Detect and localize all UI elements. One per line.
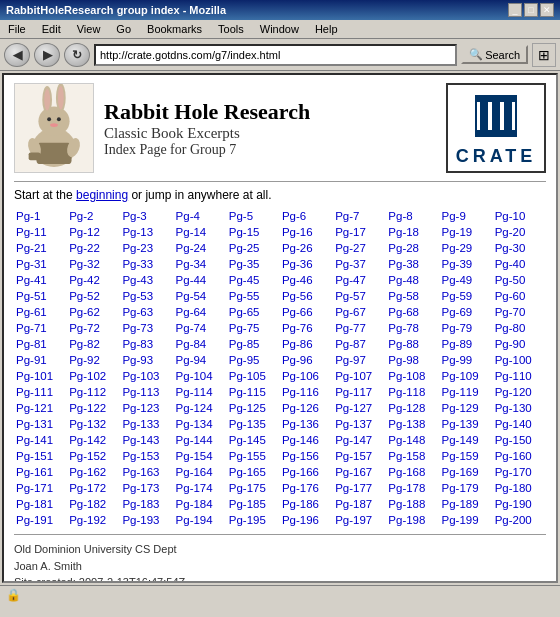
page-link[interactable]: Pg-78: [388, 322, 419, 334]
page-link[interactable]: Pg-72: [69, 322, 100, 334]
page-link[interactable]: Pg-159: [442, 450, 479, 462]
page-link[interactable]: Pg-135: [229, 418, 266, 430]
page-link[interactable]: Pg-30: [495, 242, 526, 254]
page-link[interactable]: Pg-158: [388, 450, 425, 462]
page-link[interactable]: Pg-63: [122, 306, 153, 318]
back-button[interactable]: ◀: [4, 43, 30, 67]
page-link[interactable]: Pg-162: [69, 466, 106, 478]
close-button[interactable]: ✕: [540, 3, 554, 17]
page-link[interactable]: Pg-119: [442, 386, 479, 398]
page-link[interactable]: Pg-9: [442, 210, 466, 222]
toolbar-extra-icon[interactable]: ⊞: [532, 43, 556, 67]
page-link[interactable]: Pg-170: [495, 466, 532, 478]
page-link[interactable]: Pg-70: [495, 306, 526, 318]
address-input[interactable]: [100, 49, 451, 61]
page-link[interactable]: Pg-3: [122, 210, 146, 222]
page-link[interactable]: Pg-83: [122, 338, 153, 350]
page-link[interactable]: Pg-173: [122, 482, 159, 494]
page-link[interactable]: Pg-7: [335, 210, 359, 222]
page-link[interactable]: Pg-6: [282, 210, 306, 222]
page-link[interactable]: Pg-13: [122, 226, 153, 238]
menu-edit[interactable]: Edit: [38, 22, 65, 36]
reload-button[interactable]: ↻: [64, 43, 90, 67]
page-link[interactable]: Pg-58: [388, 290, 419, 302]
page-link[interactable]: Pg-139: [442, 418, 479, 430]
page-link[interactable]: Pg-112: [69, 386, 106, 398]
page-link[interactable]: Pg-89: [442, 338, 473, 350]
page-link[interactable]: Pg-143: [122, 434, 159, 446]
page-link[interactable]: Pg-88: [388, 338, 419, 350]
page-link[interactable]: Pg-51: [16, 290, 47, 302]
page-link[interactable]: Pg-169: [442, 466, 479, 478]
page-link[interactable]: Pg-192: [69, 514, 106, 526]
page-link[interactable]: Pg-145: [229, 434, 266, 446]
page-link[interactable]: Pg-155: [229, 450, 266, 462]
page-link[interactable]: Pg-54: [176, 290, 207, 302]
page-link[interactable]: Pg-73: [122, 322, 153, 334]
page-link[interactable]: Pg-137: [335, 418, 372, 430]
page-link[interactable]: Pg-133: [122, 418, 159, 430]
page-link[interactable]: Pg-75: [229, 322, 260, 334]
page-link[interactable]: Pg-71: [16, 322, 47, 334]
menu-tools[interactable]: Tools: [214, 22, 248, 36]
page-link[interactable]: Pg-16: [282, 226, 313, 238]
page-link[interactable]: Pg-8: [388, 210, 412, 222]
menu-view[interactable]: View: [73, 22, 105, 36]
page-link[interactable]: Pg-65: [229, 306, 260, 318]
page-link[interactable]: Pg-178: [388, 482, 425, 494]
page-link[interactable]: Pg-1: [16, 210, 40, 222]
browser-frame[interactable]: Rabbit Hole Research Classic Book Excerp…: [2, 73, 558, 583]
page-link[interactable]: Pg-109: [442, 370, 479, 382]
page-link[interactable]: Pg-24: [176, 242, 207, 254]
page-link[interactable]: Pg-142: [69, 434, 106, 446]
page-link[interactable]: Pg-48: [388, 274, 419, 286]
page-link[interactable]: Pg-20: [495, 226, 526, 238]
page-link[interactable]: Pg-131: [16, 418, 53, 430]
page-link[interactable]: Pg-52: [69, 290, 100, 302]
page-link[interactable]: Pg-18: [388, 226, 419, 238]
page-link[interactable]: Pg-102: [69, 370, 106, 382]
page-link[interactable]: Pg-42: [69, 274, 100, 286]
page-link[interactable]: Pg-2: [69, 210, 93, 222]
page-link[interactable]: Pg-182: [69, 498, 106, 510]
page-link[interactable]: Pg-57: [335, 290, 366, 302]
page-link[interactable]: Pg-97: [335, 354, 366, 366]
page-link[interactable]: Pg-195: [229, 514, 266, 526]
page-link[interactable]: Pg-60: [495, 290, 526, 302]
page-link[interactable]: Pg-117: [335, 386, 372, 398]
page-link[interactable]: Pg-62: [69, 306, 100, 318]
page-link[interactable]: Pg-175: [229, 482, 266, 494]
page-link[interactable]: Pg-197: [335, 514, 372, 526]
page-link[interactable]: Pg-77: [335, 322, 366, 334]
minimize-button[interactable]: _: [508, 3, 522, 17]
page-link[interactable]: Pg-81: [16, 338, 47, 350]
page-link[interactable]: Pg-106: [282, 370, 319, 382]
page-link[interactable]: Pg-67: [335, 306, 366, 318]
page-link[interactable]: Pg-44: [176, 274, 207, 286]
page-link[interactable]: Pg-21: [16, 242, 47, 254]
page-link[interactable]: Pg-34: [176, 258, 207, 270]
page-link[interactable]: Pg-154: [176, 450, 213, 462]
page-link[interactable]: Pg-29: [442, 242, 473, 254]
page-link[interactable]: Pg-152: [69, 450, 106, 462]
page-link[interactable]: Pg-33: [122, 258, 153, 270]
page-link[interactable]: Pg-138: [388, 418, 425, 430]
page-link[interactable]: Pg-134: [176, 418, 213, 430]
page-link[interactable]: Pg-150: [495, 434, 532, 446]
page-link[interactable]: Pg-26: [282, 242, 313, 254]
menu-go[interactable]: Go: [112, 22, 135, 36]
page-link[interactable]: Pg-23: [122, 242, 153, 254]
page-link[interactable]: Pg-194: [176, 514, 213, 526]
page-link[interactable]: Pg-14: [176, 226, 207, 238]
page-link[interactable]: Pg-196: [282, 514, 319, 526]
menu-help[interactable]: Help: [311, 22, 342, 36]
page-link[interactable]: Pg-90: [495, 338, 526, 350]
page-link[interactable]: Pg-114: [176, 386, 213, 398]
search-button[interactable]: 🔍 Search: [461, 45, 528, 64]
page-link[interactable]: Pg-198: [388, 514, 425, 526]
page-link[interactable]: Pg-118: [388, 386, 425, 398]
page-link[interactable]: Pg-64: [176, 306, 207, 318]
page-link[interactable]: Pg-39: [442, 258, 473, 270]
page-link[interactable]: Pg-186: [282, 498, 319, 510]
page-link[interactable]: Pg-108: [388, 370, 425, 382]
